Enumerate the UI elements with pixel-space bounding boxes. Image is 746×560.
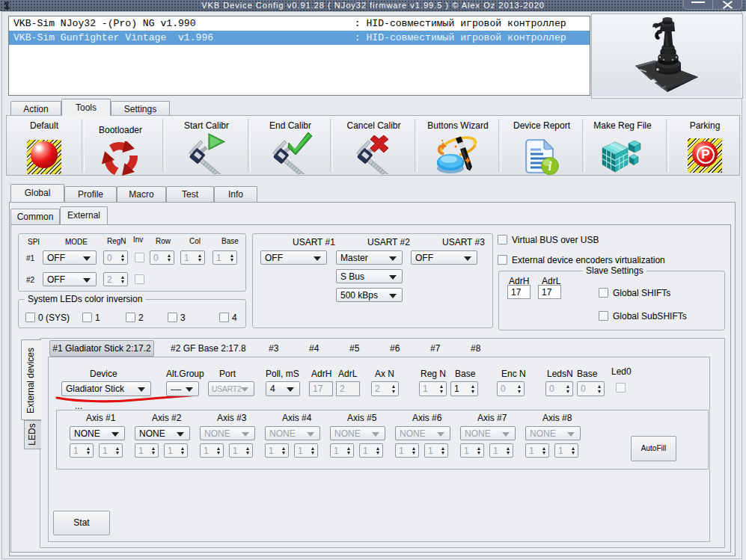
- svg-text:i: i: [548, 160, 552, 173]
